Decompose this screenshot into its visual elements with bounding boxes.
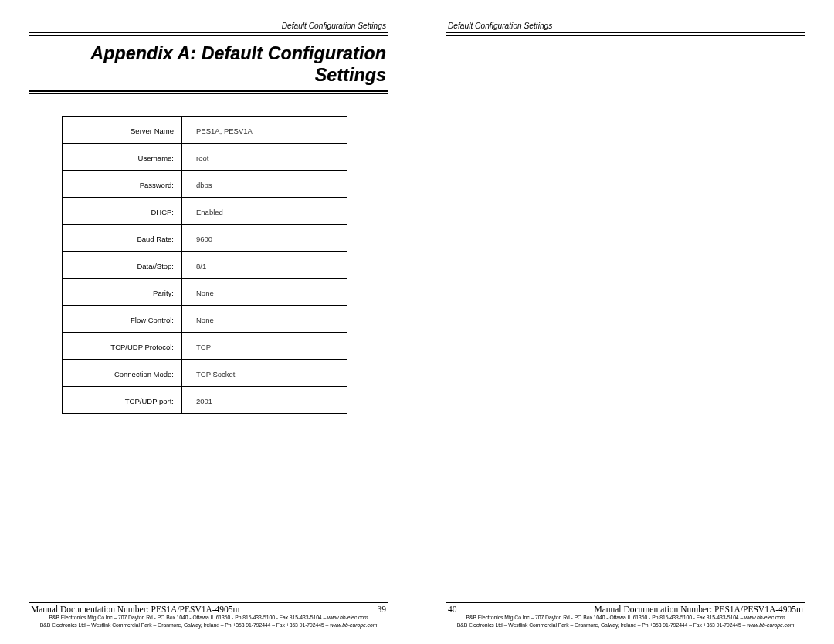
table-row: Baud Rate:9600 — [63, 225, 348, 252]
setting-label: TCP/UDP Protocol: — [63, 333, 182, 360]
title-underline — [29, 90, 388, 94]
setting-label: Parity: — [63, 279, 182, 306]
setting-label: Data//Stop: — [63, 252, 182, 279]
page-left: Default Configuration Settings Appendix … — [0, 0, 417, 644]
setting-value: 9600 — [182, 225, 348, 252]
appendix-title: Appendix A: Default Configuration Settin… — [29, 43, 388, 86]
table-row: Password:dbps — [63, 171, 348, 198]
setting-label: Connection Mode: — [63, 360, 182, 387]
setting-value: root — [182, 144, 348, 171]
table-row: DHCP:Enabled — [63, 198, 348, 225]
table-row: Parity:None — [63, 279, 348, 306]
setting-value: TCP — [182, 333, 348, 360]
table-row: Flow Control:None — [63, 306, 348, 333]
page-right: Default Configuration Settings 40 Manual… — [417, 0, 834, 644]
running-head-right-page: Default Configuration Settings — [446, 22, 805, 32]
table-row: Connection Mode:TCP Socket — [63, 360, 348, 387]
table-row: TCP/UDP Protocol:TCP — [63, 333, 348, 360]
setting-value: PES1A, PESV1A — [182, 117, 348, 144]
doc-number: Manual Documentation Number: PES1A/PESV1… — [594, 605, 803, 614]
setting-label: TCP/UDP port: — [63, 387, 182, 414]
running-head-text: Default Configuration Settings — [448, 22, 552, 30]
table-row: TCP/UDP port:2001 — [63, 387, 348, 414]
setting-label: Flow Control: — [63, 306, 182, 333]
footer-line-1: Manual Documentation Number: PES1A/PESV1… — [29, 605, 388, 614]
title-line-2: Settings — [315, 65, 386, 85]
setting-label: DHCP: — [63, 198, 182, 225]
running-head-left-page: Default Configuration Settings — [29, 22, 388, 32]
setting-label: Username: — [63, 144, 182, 171]
footer-fine-print-1: B&B Electronics Mfg Co Inc – 707 Dayton … — [29, 615, 388, 621]
footer-fine-print-2: B&B Electronics Ltd – Westlink Commercia… — [29, 622, 388, 629]
top-rule — [446, 32, 805, 36]
footer-fine-print-2: B&B Electronics Ltd – Westlink Commercia… — [446, 622, 805, 629]
setting-value: None — [182, 306, 348, 333]
table-row: Server NamePES1A, PESV1A — [63, 117, 348, 144]
doc-number: Manual Documentation Number: PES1A/PESV1… — [31, 605, 240, 614]
table-row: Data//Stop:8/1 — [63, 252, 348, 279]
setting-label: Baud Rate: — [63, 225, 182, 252]
top-rule — [29, 32, 388, 36]
setting-value: TCP Socket — [182, 360, 348, 387]
setting-value: None — [182, 279, 348, 306]
setting-value: Enabled — [182, 198, 348, 225]
running-head-text: Default Configuration Settings — [282, 22, 386, 30]
setting-label: Password: — [63, 171, 182, 198]
page-number: 40 — [448, 605, 457, 614]
footer-line-1: 40 Manual Documentation Number: PES1A/PE… — [446, 605, 805, 614]
footer-fine-print-1: B&B Electronics Mfg Co Inc – 707 Dayton … — [446, 615, 805, 621]
footer-right: 40 Manual Documentation Number: PES1A/PE… — [446, 602, 805, 629]
settings-table: Server NamePES1A, PESV1A Username:root P… — [62, 116, 348, 414]
footer-left: Manual Documentation Number: PES1A/PESV1… — [29, 602, 388, 629]
setting-label: Server Name — [63, 117, 182, 144]
footer-rule — [446, 602, 805, 603]
setting-value: dbps — [182, 171, 348, 198]
footer-rule — [29, 602, 388, 603]
title-line-1: Appendix A: Default Configuration — [90, 43, 386, 63]
setting-value: 8/1 — [182, 252, 348, 279]
setting-value: 2001 — [182, 387, 348, 414]
table-row: Username:root — [63, 144, 348, 171]
page-number: 39 — [378, 605, 387, 614]
